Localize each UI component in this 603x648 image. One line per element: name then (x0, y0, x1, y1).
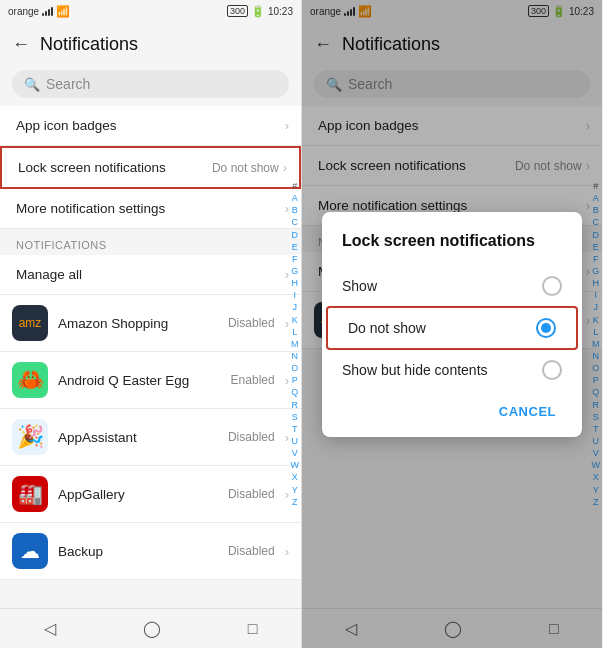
chevron-icon-lock: › (283, 160, 287, 175)
nav-home-left[interactable]: ◯ (143, 619, 161, 638)
dialog-actions: CANCEL (322, 390, 582, 429)
alpha-index-left: # A B C D E F G H I J K L M N O P Q R S … (291, 180, 302, 508)
menu-app-icon-badges-left[interactable]: App icon badges › (0, 106, 301, 146)
wifi-icon: 📶 (56, 5, 70, 18)
backup-icon-left: ☁ (12, 533, 48, 569)
chevron-android: › (285, 373, 289, 388)
search-bar-left[interactable]: 🔍 Search (12, 70, 289, 98)
page-title-left: Notifications (40, 34, 138, 55)
search-placeholder-left: Search (46, 76, 90, 92)
chevron-icon-more: › (285, 201, 289, 216)
app-row-android-left[interactable]: 🦀 Android Q Easter Egg Enabled › (0, 352, 301, 409)
appassistant-icon-left: 🎉 (12, 419, 48, 455)
status-left: orange 📶 (8, 5, 70, 18)
lock-screen-dialog: Lock screen notifications Show Do not sh… (322, 212, 582, 437)
dialog-option-donotshow[interactable]: Do not show (326, 306, 578, 350)
top-bar-left: ← Notifications (0, 22, 301, 66)
radio-inner-donotshow (541, 323, 551, 333)
left-panel: orange 📶 300 🔋 10:23 ← Notifications 🔍 S… (0, 0, 301, 648)
menu-more-notif-left[interactable]: More notification settings › (0, 189, 301, 229)
dialog-title: Lock screen notifications (322, 232, 582, 266)
dialog-overlay: Lock screen notifications Show Do not sh… (302, 0, 602, 648)
app-row-backup-left[interactable]: ☁ Backup Disabled › (0, 523, 301, 580)
nav-recent-left[interactable]: □ (248, 620, 258, 638)
radio-hidecontent[interactable] (542, 360, 562, 380)
amazon-icon-left: amz (12, 305, 48, 341)
back-button-left[interactable]: ← (12, 34, 30, 55)
appgallery-icon-left: 🏭 (12, 476, 48, 512)
radio-show[interactable] (542, 276, 562, 296)
nav-back-left[interactable]: ◁ (44, 619, 56, 638)
manage-all-left[interactable]: Manage all › (0, 255, 301, 295)
chevron-appgallery: › (285, 487, 289, 502)
sim-icon: 300 (227, 5, 248, 17)
app-row-appgallery-left[interactable]: 🏭 AppGallery Disabled › (0, 466, 301, 523)
battery-icon: 🔋 (251, 5, 265, 18)
menu-lock-screen-left[interactable]: Lock screen notifications Do not show › (0, 146, 301, 189)
dialog-option-hidecontent[interactable]: Show but hide contents (322, 350, 582, 390)
time-left: 10:23 (268, 6, 293, 17)
chevron-amazon: › (285, 316, 289, 331)
section-label-left: NOTIFICATIONS (0, 229, 301, 255)
android-icon-left: 🦀 (12, 362, 48, 398)
app-row-amazon-left[interactable]: amz Amazon Shopping Disabled › (0, 295, 301, 352)
chevron-icon: › (285, 118, 289, 133)
signal-icon (42, 6, 53, 16)
carrier-left: orange (8, 6, 39, 17)
chevron-appassistant: › (285, 430, 289, 445)
menu-section-left: App icon badges › Lock screen notificati… (0, 106, 301, 608)
right-panel: orange 📶 300 🔋 10:23 ← Notifications 🔍 S… (301, 0, 602, 648)
chevron-manage: › (285, 267, 289, 282)
status-bar-left: orange 📶 300 🔋 10:23 (0, 0, 301, 22)
dialog-option-show[interactable]: Show (322, 266, 582, 306)
cancel-button[interactable]: CANCEL (489, 398, 566, 425)
app-row-appassistant-left[interactable]: 🎉 AppAssistant Disabled › (0, 409, 301, 466)
status-right-left: 300 🔋 10:23 (227, 5, 293, 18)
bottom-nav-left: ◁ ◯ □ (0, 608, 301, 648)
radio-donotshow[interactable] (536, 318, 556, 338)
search-icon-left: 🔍 (24, 77, 40, 92)
lock-screen-status-left: Do not show (212, 161, 279, 175)
chevron-backup: › (285, 544, 289, 559)
